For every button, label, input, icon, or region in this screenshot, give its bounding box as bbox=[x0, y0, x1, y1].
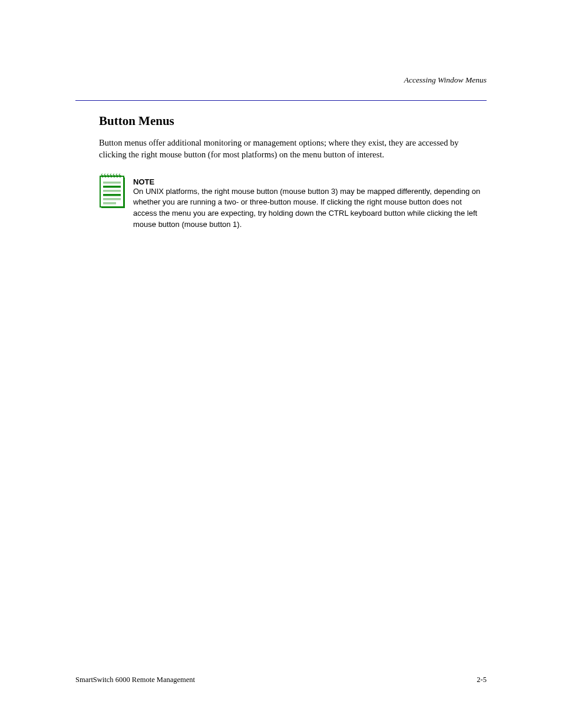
note-body: On UNIX platforms, the right mouse butto… bbox=[133, 186, 487, 230]
footer-right: 2-5 bbox=[477, 676, 487, 684]
note-label: NOTE bbox=[133, 177, 487, 186]
footer-left: SmartSwitch 6000 Remote Management bbox=[75, 676, 195, 684]
svg-rect-14 bbox=[103, 202, 116, 205]
header-divider bbox=[75, 100, 487, 101]
paragraph-body: Button menus offer additional monitoring… bbox=[99, 137, 487, 161]
svg-rect-9 bbox=[103, 182, 121, 184]
note-text-cell: NOTE On UNIX platforms, the right mouse … bbox=[133, 173, 487, 230]
heading-button-menus: Button Menus bbox=[99, 114, 487, 129]
page-footer: SmartSwitch 6000 Remote Management 2-5 bbox=[75, 676, 487, 684]
note-icon-cell bbox=[99, 173, 126, 209]
svg-rect-10 bbox=[103, 186, 121, 188]
note-block: NOTE On UNIX platforms, the right mouse … bbox=[99, 173, 487, 230]
svg-rect-13 bbox=[103, 198, 121, 200]
section-title: Accessing Window Menus bbox=[75, 75, 487, 85]
notepad-icon bbox=[99, 173, 126, 209]
svg-rect-12 bbox=[103, 194, 121, 196]
svg-rect-11 bbox=[103, 190, 121, 192]
